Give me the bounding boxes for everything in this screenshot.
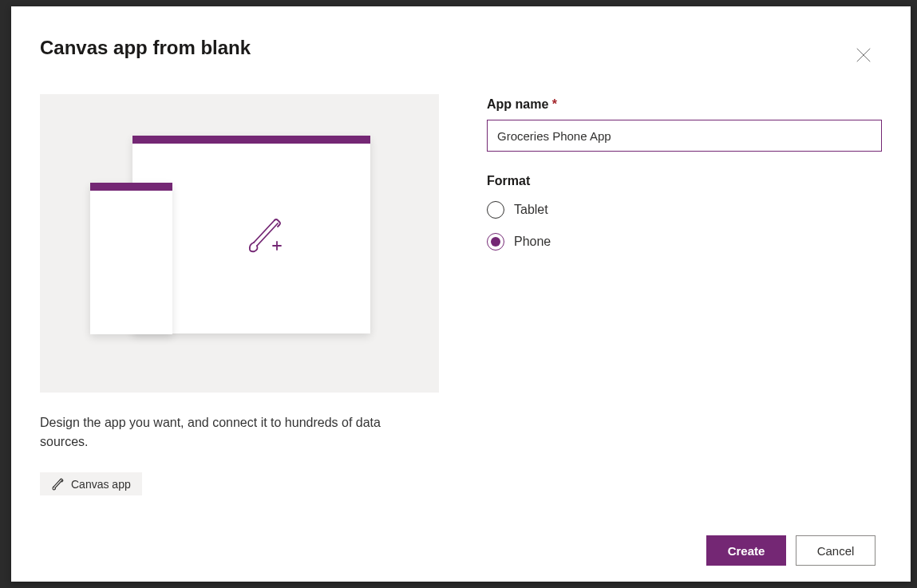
radio-circle-phone xyxy=(487,233,504,251)
brush-icon xyxy=(51,477,65,491)
description-text: Design the app you want, and connect it … xyxy=(40,413,391,452)
left-column: Design the app you want, and connect it … xyxy=(40,94,439,535)
radio-phone[interactable]: Phone xyxy=(487,233,882,251)
create-button[interactable]: Create xyxy=(706,535,786,566)
modal-title: Canvas app from blank xyxy=(40,37,251,59)
modal-footer: Create Cancel xyxy=(11,535,911,582)
preview-area xyxy=(40,94,439,393)
format-radio-group: Tablet Phone xyxy=(487,201,882,251)
modal-body: Design the app you want, and connect it … xyxy=(11,70,911,535)
canvas-app-modal: Canvas app from blank xyxy=(11,6,911,582)
radio-circle-tablet xyxy=(487,201,504,219)
app-name-input[interactable] xyxy=(487,120,882,152)
phone-card-illustration xyxy=(90,183,172,334)
badge-label: Canvas app xyxy=(71,478,131,491)
canvas-app-badge: Canvas app xyxy=(40,472,142,495)
radio-label-phone: Phone xyxy=(514,235,551,249)
modal-header: Canvas app from blank xyxy=(11,6,911,70)
app-name-label: App name * xyxy=(487,97,882,112)
close-button[interactable] xyxy=(852,43,875,70)
close-icon xyxy=(855,46,872,64)
right-column: App name * Format Tablet Phone xyxy=(487,94,882,535)
radio-dot xyxy=(491,237,500,247)
cancel-button[interactable]: Cancel xyxy=(796,535,875,566)
brush-plus-icon xyxy=(243,212,287,260)
radio-tablet[interactable]: Tablet xyxy=(487,201,882,219)
format-label: Format xyxy=(487,174,882,188)
radio-label-tablet: Tablet xyxy=(514,203,548,217)
required-asterisk: * xyxy=(552,97,557,111)
